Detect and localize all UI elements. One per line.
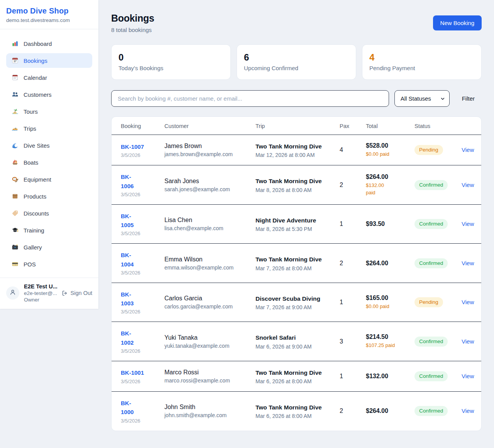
- customer-email: sarah.jones@example.com: [164, 186, 250, 192]
- stat-value: 4: [369, 52, 474, 63]
- customer-name: Carlos Garcia: [164, 295, 250, 302]
- booking-link[interactable]: BK-1002: [121, 329, 139, 347]
- total-amount: $165.00: [366, 295, 409, 301]
- view-link[interactable]: View: [462, 408, 474, 414]
- trip-datetime: Mar 6, 2026 at 8:00 AM: [255, 413, 334, 419]
- pax-value: 1: [340, 361, 366, 391]
- paid-amount: $0.00 paid: [366, 151, 389, 158]
- column-header-actions: [462, 117, 482, 135]
- sign-out-label: Sign Out: [71, 290, 92, 296]
- sidebar-item-bookings[interactable]: 17 Bookings: [6, 53, 92, 68]
- status-badge: Confirmed: [414, 337, 448, 347]
- sidebar-item-equipment[interactable]: Equipment: [6, 172, 92, 187]
- booking-link[interactable]: BK-1003: [121, 290, 139, 308]
- view-link[interactable]: View: [462, 182, 474, 188]
- booking-link[interactable]: BK-1005: [121, 212, 139, 230]
- booking-link[interactable]: BK-1006: [121, 172, 139, 190]
- page-title: Bookings: [111, 13, 154, 24]
- booking-link[interactable]: BK-1001: [121, 368, 144, 377]
- sign-out-icon: [61, 290, 68, 296]
- sidebar-item-products[interactable]: Products: [6, 189, 92, 204]
- trips-icon: [11, 125, 19, 132]
- customer-name: John Smith: [164, 404, 250, 411]
- column-header-trip: Trip: [255, 117, 340, 135]
- user-info: E2E Test U... e2e-tester@... Owner: [24, 283, 57, 303]
- paid-amount: $107.25 paid: [366, 342, 395, 349]
- sidebar-item-trips[interactable]: Trips: [6, 121, 92, 136]
- trip-name: Two Tank Morning Dive: [255, 403, 323, 412]
- pos-icon: [11, 261, 19, 268]
- table-row: BK-1006 3/5/2026 Sarah Jones sarah.jones…: [112, 165, 482, 205]
- stat-card-pending-payment: 4 Pending Payment: [362, 44, 482, 80]
- calendar-icon: [11, 74, 19, 81]
- sidebar-item-calendar[interactable]: Calendar: [6, 70, 92, 85]
- view-link[interactable]: View: [462, 221, 474, 227]
- new-booking-button[interactable]: New Booking: [433, 15, 482, 30]
- customer-name: Marco Rossi: [164, 369, 250, 376]
- customer-email: yuki.tanaka@example.com: [164, 343, 250, 349]
- products-icon: [11, 193, 19, 200]
- shop-name: Demo Dive Shop: [6, 7, 92, 15]
- sidebar-item-customers[interactable]: Customers: [6, 87, 92, 102]
- table-row: BK-1001 3/5/2026 Marco Rossi marco.rossi…: [112, 361, 482, 391]
- trip-datetime: Mar 6, 2026 at 8:00 AM: [255, 378, 334, 384]
- trip-name: Two Tank Morning Dive: [255, 142, 323, 151]
- view-link[interactable]: View: [462, 373, 474, 379]
- view-link[interactable]: View: [462, 260, 474, 266]
- customer-email: carlos.garcia@example.com: [164, 303, 250, 310]
- stat-card-upcoming-confirmed: 6 Upcoming Confirmed: [237, 44, 356, 80]
- total-amount: $264.00: [366, 408, 409, 414]
- booking-date: 3/5/2026: [121, 418, 159, 424]
- sidebar-item-dive-sites[interactable]: Dive Sites: [6, 138, 92, 153]
- sign-out-button[interactable]: Sign Out: [61, 290, 92, 296]
- search-input[interactable]: [111, 90, 389, 107]
- customer-email: marco.rossi@example.com: [164, 377, 250, 384]
- sidebar-item-tours[interactable]: Tours: [6, 104, 92, 119]
- column-header-pax: Pax: [340, 117, 366, 135]
- table-row: BK-1005 3/5/2026 Lisa Chen lisa.chen@exa…: [112, 204, 482, 244]
- trip-name: Night Dive Adventure: [255, 216, 323, 225]
- filter-button[interactable]: Filter: [455, 95, 482, 102]
- view-link[interactable]: View: [462, 299, 474, 305]
- status-badge: Pending: [414, 145, 443, 155]
- booking-date: 3/5/2026: [121, 152, 159, 158]
- sidebar-item-gallery[interactable]: Gallery: [6, 240, 92, 254]
- customer-email: lisa.chen@example.com: [164, 225, 250, 231]
- booking-date: 3/5/2026: [121, 348, 159, 354]
- trip-datetime: Mar 6, 2026 at 9:00 AM: [255, 344, 334, 350]
- svg-text:17: 17: [14, 60, 17, 62]
- gallery-icon: [11, 244, 19, 251]
- stat-cards: 0 Today's Bookings 6 Upcoming Confirmed …: [111, 44, 482, 80]
- status-select[interactable]: All Statuses: [394, 90, 450, 107]
- booking-link[interactable]: BK-1007: [121, 142, 144, 151]
- discounts-icon: [11, 210, 19, 217]
- avatar: [6, 286, 19, 300]
- customer-email: james.brown@example.com: [164, 151, 250, 157]
- status-select-wrap: All Statuses: [394, 90, 450, 107]
- sidebar-item-pos[interactable]: POS: [6, 257, 92, 271]
- sidebar-item-discounts[interactable]: Discounts: [6, 206, 92, 221]
- column-header-status: Status: [414, 117, 462, 135]
- user-role: Owner: [24, 297, 57, 303]
- customer-name: Emma Wilson: [164, 256, 250, 263]
- booking-date: 3/5/2026: [121, 270, 159, 276]
- view-link[interactable]: View: [462, 338, 474, 345]
- trip-name: Discover Scuba Diving: [255, 294, 323, 303]
- customer-name: Sarah Jones: [164, 178, 250, 185]
- booking-date: 3/5/2026: [121, 231, 159, 236]
- sidebar-item-dashboard[interactable]: Dashboard: [6, 36, 92, 51]
- booking-link[interactable]: BK-1004: [121, 251, 139, 269]
- customer-name: Yuki Tanaka: [164, 334, 250, 341]
- user-email: e2e-tester@...: [24, 290, 57, 296]
- trip-name: Two Tank Morning Dive: [255, 255, 323, 264]
- view-link[interactable]: View: [462, 147, 474, 153]
- boats-icon: [11, 159, 19, 166]
- stat-value: 6: [244, 52, 349, 63]
- dashboard-icon: [11, 40, 19, 47]
- booking-date: 3/5/2026: [121, 309, 159, 315]
- booking-link[interactable]: BK-1000: [121, 399, 139, 417]
- main-content: Bookings 8 total bookings New Booking 0 …: [99, 0, 494, 431]
- sidebar-item-boats[interactable]: Boats: [6, 155, 92, 170]
- status-badge: Confirmed: [414, 219, 448, 229]
- sidebar-item-training[interactable]: Training: [6, 223, 92, 237]
